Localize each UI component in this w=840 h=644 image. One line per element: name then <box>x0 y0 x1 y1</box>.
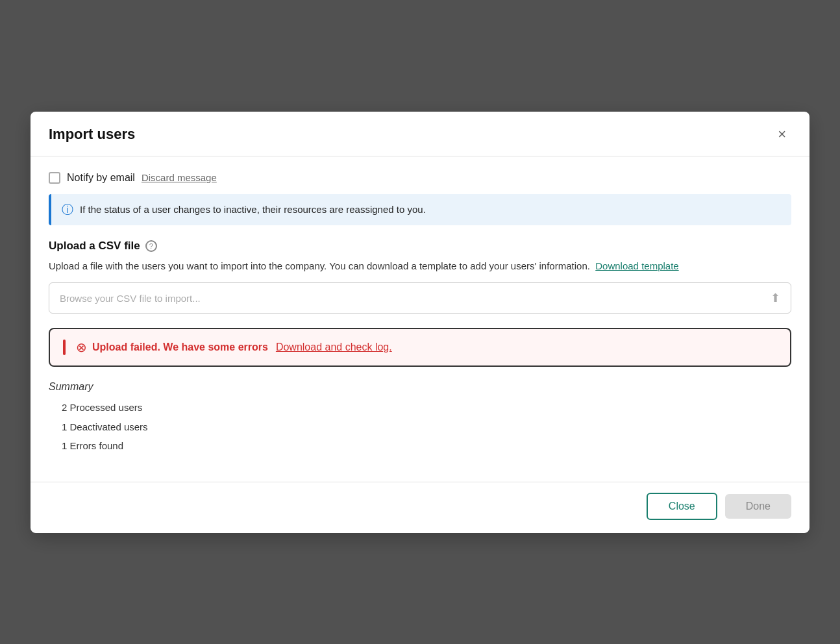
dialog-body: Notify by email Discard message ⓘ If the… <box>31 156 809 482</box>
notify-by-email-checkbox[interactable] <box>49 172 60 184</box>
notify-by-email-label: Notify by email <box>67 172 135 184</box>
upload-section-description: Upload a file with the users you want to… <box>49 259 791 274</box>
upload-section-title-row: Upload a CSV file ? <box>49 240 791 253</box>
summary-item-deactivated: 1 Deactivated users <box>49 417 791 437</box>
help-icon[interactable]: ? <box>145 240 157 252</box>
notify-row: Notify by email Discard message <box>49 172 791 184</box>
file-input-placeholder: Browse your CSV file to import... <box>60 293 771 304</box>
summary-title: Summary <box>49 381 791 393</box>
import-users-dialog: Import users × Notify by email Discard m… <box>31 112 809 533</box>
file-input-row[interactable]: Browse your CSV file to import... ⬆ <box>49 282 791 314</box>
info-banner: ⓘ If the status of a user changes to ina… <box>49 194 791 225</box>
info-icon: ⓘ <box>62 202 73 217</box>
upload-icon[interactable]: ⬆ <box>771 291 780 305</box>
summary-section: Summary 2 Processed users 1 Deactivated … <box>49 381 791 456</box>
dialog-footer: Close Done <box>31 482 809 533</box>
close-button[interactable]: Close <box>647 493 717 520</box>
close-icon-button[interactable]: × <box>772 125 791 144</box>
download-template-link[interactable]: Download template <box>595 260 678 271</box>
info-banner-text: If the status of a user changes to inact… <box>80 204 426 215</box>
error-message-text: Upload failed. We have some errors <box>92 341 268 353</box>
dialog-title: Import users <box>49 126 135 143</box>
error-banner-inner: ⊗ Upload failed. We have some errors Dow… <box>76 340 777 355</box>
upload-section-title: Upload a CSV file <box>49 240 140 253</box>
dialog-overlay: Import users × Notify by email Discard m… <box>0 0 840 644</box>
summary-item-processed: 2 Processed users <box>49 398 791 417</box>
dialog-header: Import users × <box>31 112 809 156</box>
summary-item-errors: 1 Errors found <box>49 436 791 456</box>
upload-description-text: Upload a file with the users you want to… <box>49 260 590 271</box>
error-left-bar <box>63 340 66 355</box>
error-icon: ⊗ <box>76 340 87 355</box>
error-banner: ⊗ Upload failed. We have some errors Dow… <box>49 328 791 367</box>
discard-message-link[interactable]: Discard message <box>142 172 217 183</box>
done-button: Done <box>725 494 791 519</box>
download-log-link[interactable]: Download and check log. <box>276 341 392 353</box>
